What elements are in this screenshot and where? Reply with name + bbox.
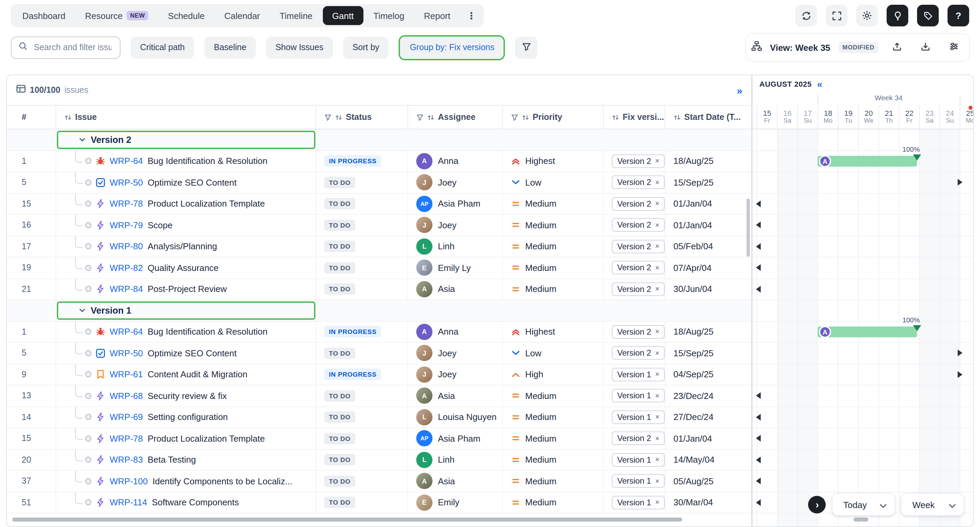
table-row[interactable]: 37WRP-100Identify Components to be Local… xyxy=(7,471,751,492)
priority-cell[interactable]: High xyxy=(503,364,604,385)
table-row[interactable]: 17WRP-80Analysis/PlanningTO DOLLinhMediu… xyxy=(7,236,751,257)
assignee-cell[interactable]: LLinh xyxy=(408,236,503,257)
start-date-cell[interactable]: 05/Aug/25 xyxy=(665,471,751,492)
start-date-cell[interactable]: 27/Dec/24 xyxy=(665,407,751,427)
priority-cell[interactable]: Medium xyxy=(503,492,604,513)
remove-version-icon[interactable]: × xyxy=(655,414,660,421)
fix-version-tag[interactable]: Version 1× xyxy=(612,389,665,403)
start-date-cell[interactable]: 01/Jan/04 xyxy=(665,215,751,235)
column-header-status[interactable]: Status xyxy=(316,106,408,129)
remove-version-icon[interactable]: × xyxy=(655,435,660,442)
bar-offscreen-left-arrow[interactable] xyxy=(756,286,761,292)
fix-version-tag[interactable]: Version 2× xyxy=(612,347,665,360)
gantt-bar[interactable]: A100% xyxy=(818,326,917,337)
fix-version-cell[interactable]: Version 1× xyxy=(604,492,665,513)
priority-cell[interactable]: Medium xyxy=(503,193,604,214)
column-header-#[interactable]: # xyxy=(7,106,56,129)
lightbulb-button[interactable] xyxy=(886,5,908,26)
chevron-down-icon[interactable] xyxy=(78,307,86,314)
start-date-cell[interactable]: 30/Mar/04 xyxy=(665,492,751,513)
priority-cell[interactable]: Medium xyxy=(503,257,604,278)
assignee-cell[interactable]: JJoey xyxy=(408,364,503,385)
toolbar-button-baseline[interactable]: Baseline xyxy=(204,36,256,59)
issue-key-link[interactable]: WRP-79 xyxy=(110,220,143,230)
collapse-gantt-button[interactable]: « xyxy=(817,78,822,89)
column-header-assignee[interactable]: Assignee xyxy=(408,106,503,129)
table-row[interactable]: 1WRP-64Bug Identification & ResolutionIN… xyxy=(7,151,751,172)
issue-key-link[interactable]: WRP-69 xyxy=(110,412,143,422)
status-badge[interactable]: TO DO xyxy=(324,454,355,466)
issue-key-link[interactable]: WRP-114 xyxy=(110,498,147,508)
assignee-cell[interactable]: LLinh xyxy=(408,449,503,470)
start-date-cell[interactable]: 18/Aug/25 xyxy=(665,151,751,171)
status-cell[interactable]: IN PROGRESS xyxy=(316,321,408,342)
start-date-cell[interactable]: 05/Feb/04 xyxy=(665,236,751,257)
fix-version-cell[interactable]: Version 1× xyxy=(604,385,665,406)
scroll-to-today-button[interactable]: › xyxy=(808,496,826,513)
table-vertical-scrollbar[interactable] xyxy=(746,198,750,257)
fix-version-tag[interactable]: Version 1× xyxy=(612,453,665,467)
column-settings-button[interactable] xyxy=(943,37,964,57)
assignee-cell[interactable]: JJoey xyxy=(408,215,503,235)
assignee-cell[interactable]: LLouisa Nguyen xyxy=(408,407,503,427)
start-date-cell[interactable]: 14/May/04 xyxy=(665,449,751,470)
zoom-select[interactable]: Week xyxy=(902,494,964,516)
assignee-cell[interactable]: APAsia Pham xyxy=(408,428,503,449)
status-badge[interactable]: TO DO xyxy=(324,177,355,188)
start-date-cell[interactable]: 15/Sep/25 xyxy=(665,172,751,193)
nav-tab-timelog[interactable]: Timelog xyxy=(364,6,414,25)
sync-button[interactable] xyxy=(795,5,817,26)
fix-version-tag[interactable]: Version 1× xyxy=(612,496,665,509)
fix-version-cell[interactable]: Version 2× xyxy=(604,279,665,299)
issue-key-link[interactable]: WRP-84 xyxy=(110,284,143,294)
fix-version-cell[interactable]: Version 2× xyxy=(604,257,665,278)
status-cell[interactable]: TO DO xyxy=(316,193,408,214)
priority-cell[interactable]: Medium xyxy=(503,215,604,235)
fix-version-cell[interactable]: Version 1× xyxy=(604,364,665,385)
status-badge[interactable]: IN PROGRESS xyxy=(324,155,381,167)
remove-version-icon[interactable]: × xyxy=(655,392,660,400)
table-row[interactable]: 13WRP-68Security review & fixTO DOAAsiaM… xyxy=(7,385,751,407)
bar-offscreen-left-arrow[interactable] xyxy=(756,222,761,228)
column-header-issue[interactable]: Issue xyxy=(56,106,316,129)
start-date-cell[interactable]: 04/Sep/25 xyxy=(665,364,751,385)
fix-version-tag[interactable]: Version 2× xyxy=(612,197,665,211)
status-badge[interactable]: IN PROGRESS xyxy=(324,326,381,338)
remove-version-icon[interactable]: × xyxy=(655,286,660,293)
remove-version-icon[interactable]: × xyxy=(655,477,660,485)
status-cell[interactable]: TO DO xyxy=(316,279,408,299)
status-cell[interactable]: TO DO xyxy=(316,449,408,470)
start-date-cell[interactable]: 30/Jun/04 xyxy=(665,279,751,299)
table-row[interactable]: 51WRP-114Software ComponentsTO DOEEmilyM… xyxy=(7,492,751,513)
remove-version-icon[interactable]: × xyxy=(655,179,660,186)
fix-version-tag[interactable]: Version 2× xyxy=(612,261,665,275)
start-date-cell[interactable]: 07/Apr/04 xyxy=(665,257,751,278)
nav-tab-timeline[interactable]: Timeline xyxy=(270,6,322,25)
nav-tab-gantt[interactable]: Gantt xyxy=(323,6,363,25)
assignee-cell[interactable]: EEmily Ly xyxy=(408,257,503,278)
bar-offscreen-left-arrow[interactable] xyxy=(756,478,761,485)
gantt-bar[interactable]: A100% xyxy=(818,156,917,167)
issue-key-link[interactable]: WRP-50 xyxy=(110,348,143,358)
table-row[interactable]: 19WRP-82Quality AssuranceTO DOEEmily LyM… xyxy=(7,257,751,279)
fix-version-tag[interactable]: Version 2× xyxy=(612,155,665,168)
issue-key-link[interactable]: WRP-68 xyxy=(110,391,143,401)
status-cell[interactable]: TO DO xyxy=(316,215,408,235)
status-badge[interactable]: TO DO xyxy=(324,497,355,508)
nav-tab-schedule[interactable]: Schedule xyxy=(158,6,214,25)
upload-button[interactable] xyxy=(886,37,907,57)
start-date-cell[interactable]: 18/Aug/25 xyxy=(665,321,751,342)
start-date-cell[interactable]: 01/Jan/04 xyxy=(665,193,751,214)
assignee-cell[interactable]: AAsia xyxy=(408,385,503,406)
assignee-cell[interactable]: APAsia Pham xyxy=(408,193,503,214)
priority-cell[interactable]: Highest xyxy=(503,321,604,342)
group-header-row[interactable]: Version 1 xyxy=(7,300,751,321)
remove-version-icon[interactable]: × xyxy=(655,264,660,271)
assignee-cell[interactable]: AAsia xyxy=(408,279,503,299)
remove-version-icon[interactable]: × xyxy=(655,456,660,464)
status-cell[interactable]: IN PROGRESS xyxy=(316,364,408,385)
download-button[interactable] xyxy=(915,37,935,57)
fix-version-cell[interactable]: Version 1× xyxy=(604,449,665,470)
remove-version-icon[interactable]: × xyxy=(655,350,660,357)
bar-offscreen-right-arrow[interactable] xyxy=(958,179,963,186)
